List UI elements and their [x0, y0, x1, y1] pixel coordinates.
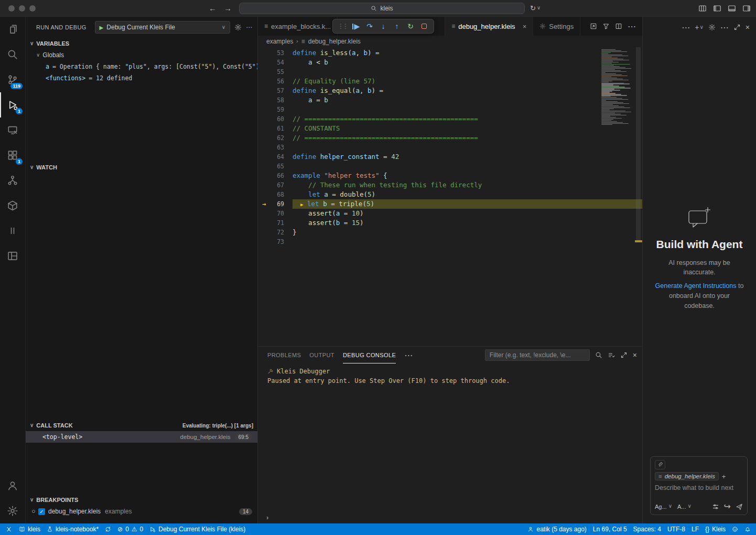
code-line[interactable]: 66example "helper tests" { — [258, 171, 642, 180]
search-icon[interactable] — [595, 351, 602, 359]
filter-icon[interactable] — [602, 23, 610, 30]
redo-arrow-icon[interactable]: ↪ — [724, 501, 731, 511]
collapse-all-icon[interactable] — [608, 351, 615, 359]
debug-config-dropdown[interactable]: ▶ Debug Current Kleis File ∨ — [95, 21, 230, 34]
remote-indicator[interactable] — [2, 523, 16, 535]
code-line[interactable]: 60// ===================================… — [258, 114, 642, 124]
sidebar-item-extensions[interactable]: 1 — [0, 143, 25, 168]
continue-button[interactable]: ▶ — [350, 20, 362, 33]
new-chat-button[interactable]: + ∨ — [695, 23, 704, 31]
code-line[interactable]: 61// CONSTANTS — [258, 124, 642, 133]
code-editor[interactable]: 53define is_less(a, b) =54 a < b5556// E… — [258, 47, 642, 346]
tab-example-blocks[interactable]: ≡ example_blocks.k... — [258, 17, 338, 36]
sidebar-item-org-chart[interactable] — [0, 168, 25, 193]
code-line[interactable]: 62// ===================================… — [258, 133, 642, 143]
toggle-secondary-sidebar-icon[interactable] — [742, 4, 751, 13]
context-chip[interactable]: ≡ debug_helper.kleis — [655, 472, 719, 480]
more-actions-icon[interactable]: ⋯ — [246, 24, 252, 31]
debug-console-output[interactable]: Kleis Debugger Paused at entry point. Us… — [258, 363, 642, 511]
start-debug-icon[interactable]: ▶ — [100, 25, 104, 30]
more-overflow-icon[interactable]: ⋯ — [720, 23, 729, 33]
account-button[interactable] — [0, 473, 25, 498]
chat-settings-icon[interactable] — [708, 24, 716, 31]
git-blame-author[interactable]: eatik (5 days ago) — [524, 523, 589, 535]
sidebar-item-pause-ext[interactable] — [0, 218, 25, 243]
code-line[interactable]: 53define is_less(a, b) = — [258, 48, 642, 58]
eol-sequence[interactable]: LF — [688, 523, 702, 535]
tools-icon[interactable] — [712, 503, 719, 510]
code-line[interactable]: 57define is_equal(a, b) = — [258, 86, 642, 95]
close-window-button[interactable] — [8, 5, 15, 12]
code-line[interactable]: 58 a = b — [258, 95, 642, 105]
restart-button[interactable]: ↻ — [404, 20, 417, 33]
call-stack-header[interactable]: ∨ CALL STACK Evaluating: triple(...) [1 … — [26, 420, 257, 431]
close-icon[interactable]: × — [523, 23, 527, 30]
split-editor-icon[interactable] — [615, 23, 622, 30]
zoom-window-button[interactable] — [29, 5, 36, 12]
chat-placeholder[interactable]: Describe what to build next — [655, 484, 743, 501]
variables-header[interactable]: ∨ VARIABLES — [26, 38, 257, 49]
history-back-icon[interactable]: ← — [209, 4, 217, 13]
watch-header[interactable]: ∨ WATCH — [26, 162, 257, 173]
breakpoint-row[interactable]: ✓ debug_helper.kleis examples 14 — [26, 506, 257, 517]
code-line[interactable]: 63 — [258, 143, 642, 152]
cursor-position[interactable]: Ln 69, Col 5 — [590, 523, 630, 535]
chat-input-box[interactable]: ≡ debug_helper.kleis + Describe what to … — [650, 456, 748, 515]
toggle-sidebar-icon[interactable] — [713, 4, 721, 13]
sidebar-item-run-debug[interactable]: 1 — [0, 92, 25, 117]
code-line[interactable]: 72} — [258, 228, 642, 237]
generate-agent-instructions-link[interactable]: Generate Agent Instructions — [655, 282, 737, 290]
status-app[interactable]: kleis — [16, 523, 44, 535]
attach-context-button[interactable] — [655, 460, 665, 469]
status-notebook[interactable]: kleis-notebook* — [44, 523, 102, 535]
tab-debug-helper[interactable]: ≡ debug_helper.kleis × — [445, 17, 533, 36]
breadcrumb-file[interactable]: debug_helper.kleis — [308, 38, 361, 45]
customize-layout-icon[interactable] — [698, 4, 707, 13]
globals-group[interactable]: ∨ Globals — [26, 49, 257, 61]
history-forward-icon[interactable]: → — [224, 4, 232, 13]
close-panel-icon[interactable]: × — [746, 23, 750, 31]
code-line[interactable]: 70 assert(a = 10) — [258, 209, 642, 218]
code-line[interactable]: 73 — [258, 237, 642, 247]
scrollbar-thumb[interactable] — [636, 47, 641, 242]
stop-button[interactable] — [418, 20, 430, 33]
more-actions-icon[interactable]: ⋯ — [628, 22, 636, 31]
encoding[interactable]: UTF-8 — [664, 523, 688, 535]
tab-problems[interactable]: PROBLEMS — [267, 347, 301, 363]
code-line[interactable]: 55 — [258, 67, 642, 77]
sync-button[interactable] — [102, 523, 114, 535]
agent-mode-select[interactable]: Ag... ∨ — [655, 504, 672, 510]
breakpoint-checkbox[interactable]: ✓ — [38, 508, 45, 515]
minimap[interactable] — [600, 48, 634, 126]
debug-settings-icon[interactable] — [234, 24, 242, 31]
sidebar-item-remote-explorer[interactable] — [0, 117, 25, 143]
tab-settings[interactable]: Settings — [533, 17, 580, 36]
sidebar-item-package[interactable] — [0, 193, 25, 218]
code-line[interactable]: 54 a < b — [258, 58, 642, 67]
open-settings-json-icon[interactable] — [590, 23, 597, 30]
editor-scrollbar[interactable] — [635, 47, 642, 346]
tab-debug-console[interactable]: DEBUG CONSOLE — [343, 347, 396, 363]
sidebar-item-source-control[interactable]: 119 — [0, 67, 25, 92]
console-filter-input[interactable] — [485, 349, 590, 361]
command-center-search[interactable]: kleis — [239, 3, 525, 14]
sidebar-item-explorer[interactable] — [0, 17, 25, 42]
sidebar-item-editor-layout[interactable] — [0, 243, 25, 269]
add-context-icon[interactable]: + — [722, 473, 726, 480]
debug-console-input[interactable]: › — [258, 511, 642, 523]
drag-grip-icon[interactable]: ⋮⋮ — [336, 20, 349, 33]
notifications-button[interactable] — [741, 523, 754, 535]
code-line[interactable]: 71 assert(b = 15) — [258, 218, 642, 228]
debug-status[interactable]: Debug Current Kleis File (kleis) — [146, 523, 249, 535]
code-line[interactable]: →69 ▶ let b = triple(5) — [258, 199, 642, 209]
breakpoints-header[interactable]: ∨ BREAKPOINTS — [26, 494, 257, 506]
language-mode[interactable]: {} Kleis — [702, 523, 729, 535]
feedback-button[interactable] — [729, 523, 741, 535]
indentation[interactable]: Spaces: 4 — [630, 523, 664, 535]
stack-frame-row[interactable]: <top-level> debug_helper.kleis 69:5 — [26, 431, 257, 443]
minimize-window-button[interactable] — [19, 5, 25, 12]
code-line[interactable]: 56// Equality (line 57) — [258, 77, 642, 86]
more-actions-icon[interactable]: ⋯ — [682, 23, 690, 33]
step-over-button[interactable]: ↷ — [363, 20, 376, 33]
variable-row[interactable]: a = Operation { name: "plus", args: [Con… — [26, 61, 257, 72]
